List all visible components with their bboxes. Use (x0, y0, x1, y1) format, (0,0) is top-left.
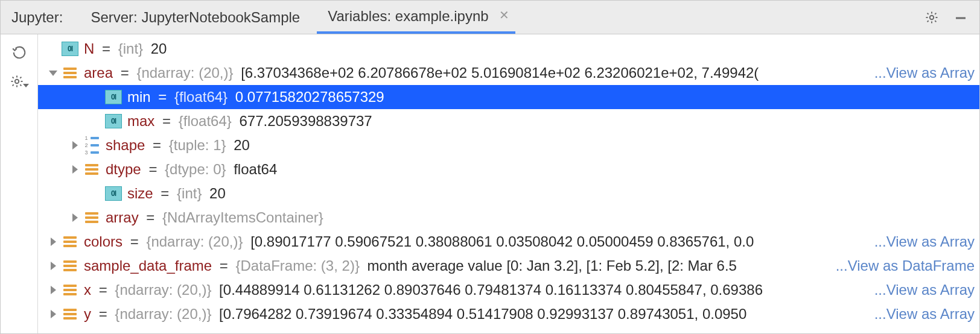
tool-window-tabbar: Jupyter: Server: JupyterNotebookSample V… (1, 1, 979, 34)
variable-value: [0.89017177 0.59067521 0.38088061 0.0350… (246, 233, 754, 250)
variable-row-size[interactable]: 0Isize = {int} 20 (38, 181, 979, 206)
svg-marker-3 (23, 84, 29, 87)
variable-row-area[interactable]: area = {ndarray: (20,)} [6.37034368e+02 … (38, 61, 979, 85)
variable-name: size (127, 185, 153, 201)
array-icon (84, 163, 100, 176)
scalar-icon: 0I (106, 187, 121, 200)
variable-value: float64 (230, 161, 278, 177)
array-icon (62, 235, 78, 248)
variable-value: month average value [0: Jan 3.2], [1: Fe… (363, 257, 737, 274)
scalar-icon: 0I (62, 42, 78, 55)
disclosure-closed-icon[interactable] (66, 165, 84, 174)
disclosure-closed-icon[interactable] (44, 286, 62, 294)
view-as-array-link[interactable]: ...View as Array (874, 233, 979, 250)
view-as-array-link[interactable]: ...View as Array (874, 282, 979, 298)
variable-content: array = {NdArrayItemsContainer} (106, 209, 979, 226)
array-icon (62, 283, 78, 297)
tuple-icon: 123 (84, 139, 100, 152)
disclosure-closed-icon[interactable] (44, 262, 62, 270)
disclosure-open-icon[interactable] (44, 71, 62, 76)
variable-type: {int} (118, 40, 143, 57)
tab-variables-label: Variables: example.ipynb (328, 8, 488, 25)
variable-name: x (84, 282, 91, 298)
variable-type: {NdArrayItemsContainer} (162, 209, 323, 225)
variable-value: 20 (230, 137, 250, 153)
variable-row-min[interactable]: 0Imin = {float64} 0.07715820278657329 (38, 85, 979, 109)
variable-content: dtype = {dtype: 0} float64 (106, 161, 979, 178)
gear-icon[interactable] (923, 8, 941, 27)
variable-value: 20 (147, 40, 167, 57)
variable-type: {ndarray: (20,)} (146, 233, 243, 250)
variable-row-sample_data_frame[interactable]: sample_data_frame = {DataFrame: (3, 2)} … (38, 254, 979, 278)
array-icon (62, 259, 78, 273)
variable-row-y[interactable]: y = {ndarray: (20,)} [0.7964282 0.739196… (38, 302, 979, 326)
variable-type: {int} (177, 185, 202, 201)
disclosure-closed-icon[interactable] (44, 238, 62, 246)
variable-content: x = {ndarray: (20,)} [0.44889914 0.61131… (84, 282, 874, 298)
variable-content: min = {float64} 0.07715820278657329 (127, 89, 979, 106)
variable-content: size = {int} 20 (127, 185, 979, 202)
variable-type: {DataFrame: (3, 2)} (235, 257, 359, 274)
close-tab-icon[interactable]: ✕ (499, 7, 509, 22)
variable-row-x[interactable]: x = {ndarray: (20,)} [0.44889914 0.61131… (38, 278, 979, 302)
variable-name: sample_data_frame (84, 257, 212, 274)
variable-name: area (84, 65, 113, 81)
variable-row-shape[interactable]: 123shape = {tuple: 1} 20 (38, 133, 979, 157)
settings-button[interactable] (10, 72, 29, 91)
variable-name: colors (84, 233, 122, 250)
variable-name: dtype (106, 161, 141, 177)
gutter-toolbar (1, 34, 38, 333)
variable-type: {ndarray: (20,)} (136, 65, 233, 81)
variable-row-colors[interactable]: colors = {ndarray: (20,)} [0.89017177 0.… (38, 230, 979, 254)
view-as-array-link[interactable]: ...View as Array (874, 65, 979, 81)
svg-point-0 (930, 15, 934, 19)
variable-name: y (84, 306, 91, 322)
variable-content: y = {ndarray: (20,)} [0.7964282 0.739196… (84, 306, 874, 323)
disclosure-closed-icon[interactable] (44, 310, 62, 318)
jupyter-label: Jupyter: (1, 1, 74, 34)
variable-type: {tuple: 1} (169, 137, 226, 153)
variable-content: max = {float64} 677.2059398839737 (127, 113, 979, 130)
variable-row-dtype[interactable]: dtype = {dtype: 0} float64 (38, 157, 979, 181)
view-as-array-link[interactable]: ...View as Array (874, 306, 979, 323)
variable-name: array (106, 209, 139, 225)
variable-content: colors = {ndarray: (20,)} [0.89017177 0.… (84, 233, 874, 250)
variable-type: {float64} (174, 89, 228, 105)
disclosure-closed-icon[interactable] (66, 141, 84, 150)
panel-body: 0IN = {int} 20area = {ndarray: (20,)} [6… (1, 34, 979, 333)
disclosure-closed-icon[interactable] (66, 213, 84, 222)
variable-value: [0.7964282 0.73919674 0.33354894 0.51417… (215, 306, 746, 322)
variable-name: N (84, 40, 94, 57)
variables-tree[interactable]: 0IN = {int} 20area = {ndarray: (20,)} [6… (38, 34, 979, 333)
variable-name: min (127, 89, 151, 105)
tab-variables[interactable]: Variables: example.ipynb ✕ (317, 1, 515, 34)
variable-type: {dtype: 0} (165, 161, 226, 177)
variable-value: 0.07715820278657329 (231, 89, 384, 105)
array-icon (62, 66, 78, 80)
variable-value: [6.37034368e+02 6.20786678e+02 5.0169081… (237, 65, 759, 81)
variable-type: {float64} (179, 113, 232, 129)
tab-server[interactable]: Server: JupyterNotebookSample (80, 1, 311, 34)
scalar-icon: 0I (106, 115, 121, 128)
variable-value: 677.2059398839737 (235, 113, 372, 129)
minimize-icon[interactable] (952, 8, 970, 27)
variable-value: [0.44889914 0.61131262 0.89037646 0.7948… (215, 282, 763, 298)
variable-name: shape (106, 137, 145, 153)
variable-row-N[interactable]: 0IN = {int} 20 (38, 37, 979, 61)
variable-row-max[interactable]: 0Imax = {float64} 677.2059398839737 (38, 109, 979, 133)
variable-content: N = {int} 20 (84, 40, 979, 57)
variable-type: {ndarray: (20,)} (115, 282, 211, 298)
variable-name: max (127, 113, 154, 129)
tabbar-actions (923, 1, 979, 34)
variable-type: {ndarray: (20,)} (115, 306, 211, 322)
variable-content: shape = {tuple: 1} 20 (106, 137, 979, 154)
svg-point-2 (14, 80, 18, 83)
array-icon (84, 211, 100, 224)
variable-value: 20 (205, 185, 225, 201)
app-root: Jupyter: Server: JupyterNotebookSample V… (0, 0, 980, 334)
refresh-button[interactable] (10, 43, 29, 62)
view-as-dataframe-link[interactable]: ...View as DataFrame (836, 257, 979, 274)
variable-row-array[interactable]: array = {NdArrayItemsContainer} (38, 206, 979, 230)
variable-content: area = {ndarray: (20,)} [6.37034368e+02 … (84, 65, 874, 81)
array-icon (62, 307, 78, 321)
